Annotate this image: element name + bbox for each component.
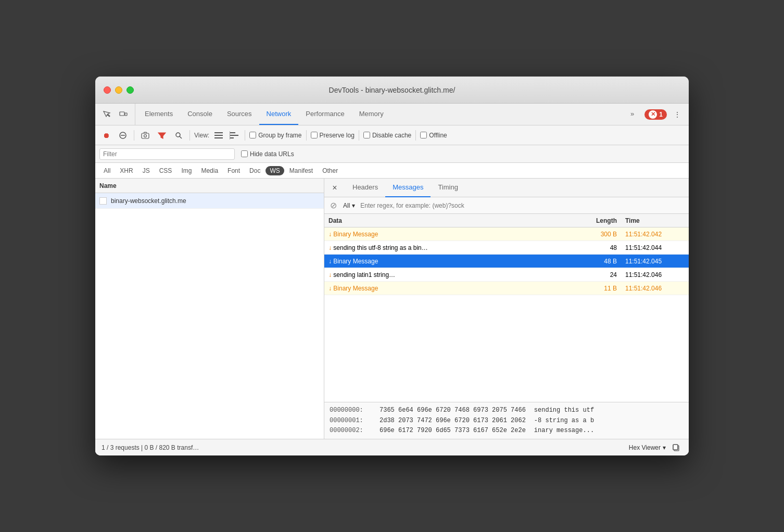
request-item[interactable]: binary-websocket.glitch.me — [95, 193, 324, 209]
offline-toggle[interactable]: Offline — [420, 132, 447, 139]
svg-point-5 — [144, 134, 147, 137]
request-list: binary-websocket.glitch.me — [95, 193, 324, 439]
svg-rect-14 — [230, 137, 234, 138]
status-right: Hex Viewer ▾ — [629, 441, 682, 454]
requests-col-header: Name — [95, 179, 324, 193]
tab-network[interactable]: Network — [259, 104, 299, 125]
type-filter-bar: All XHR JS CSS Img Media Font Doc WS Man… — [95, 163, 689, 179]
hex-ascii-2: inary message... — [534, 426, 594, 436]
message-length-3: 24 — [569, 271, 621, 278]
title-bar: DevTools - binary-websocket.glitch.me/ — [95, 77, 689, 104]
filter-input[interactable] — [103, 150, 231, 158]
no-entry-icon[interactable]: ⊘ — [328, 201, 338, 210]
hex-bytes-2: 696e 6172 7920 6d65 7373 6167 652e 2e2e — [380, 426, 526, 436]
devtools-content: Elements Console Sources Network Perform… — [95, 104, 689, 455]
device-toolbar-icon[interactable] — [116, 107, 131, 122]
message-row-4[interactable]: ↓ Binary Message 11 B 11:51:42.046 — [324, 282, 689, 295]
toolbar-divider-1 — [134, 130, 134, 141]
type-btn-doc[interactable]: Doc — [245, 166, 264, 175]
view-list-icon[interactable] — [212, 129, 225, 142]
network-toolbar: ⏺ — [95, 125, 689, 145]
tab-headers[interactable]: Headers — [345, 179, 385, 197]
copy-button[interactable] — [670, 441, 682, 454]
type-btn-ws[interactable]: WS — [265, 166, 284, 175]
tab-elements[interactable]: Elements — [137, 104, 180, 125]
message-row-0[interactable]: ↓ Binary Message 300 B 11:51:42.042 — [324, 227, 689, 241]
disable-cache-checkbox[interactable] — [363, 132, 370, 138]
type-btn-font[interactable]: Font — [223, 166, 244, 175]
hex-addr-1: 00000001: — [330, 416, 371, 426]
toolbar-divider-4 — [306, 130, 307, 141]
tab-timing[interactable]: Timing — [431, 179, 465, 197]
preserve-log-label: Preserve log — [320, 132, 355, 139]
hex-viewer-label: Hex Viewer — [629, 444, 661, 451]
inspect-element-icon[interactable] — [99, 107, 114, 122]
type-btn-xhr[interactable]: XHR — [116, 166, 137, 175]
camera-button[interactable] — [138, 129, 152, 142]
tab-sources[interactable]: Sources — [220, 104, 259, 125]
group-by-frame-toggle[interactable]: Group by frame — [249, 132, 301, 139]
filter-button[interactable] — [155, 129, 169, 142]
type-btn-css[interactable]: CSS — [155, 166, 176, 175]
message-type-filter[interactable]: All ▾ — [341, 201, 357, 210]
hide-urls-checkbox[interactable] — [241, 150, 248, 157]
view-waterfall-icon[interactable] — [228, 129, 241, 142]
error-badge[interactable]: ✕ 1 — [644, 109, 667, 120]
requests-info: 1 / 3 requests | 0 B / 820 B transf… — [102, 444, 199, 451]
search-button[interactable] — [172, 129, 185, 142]
type-btn-img[interactable]: Img — [177, 166, 196, 175]
preserve-log-toggle[interactable]: Preserve log — [311, 132, 355, 139]
tab-bar: Elements Console Sources Network Perform… — [95, 104, 689, 125]
type-btn-media[interactable]: Media — [197, 166, 222, 175]
type-btn-all[interactable]: All — [99, 166, 115, 175]
close-button[interactable] — [104, 86, 111, 94]
svg-rect-10 — [214, 135, 223, 136]
toolbar-divider-3 — [245, 130, 245, 141]
messages-table: Data Length Time ↓ Binary Message 300 B … — [324, 214, 689, 402]
close-detail-button[interactable]: × — [328, 182, 341, 194]
disable-cache-label: Disable cache — [372, 132, 411, 139]
tab-console[interactable]: Console — [180, 104, 220, 125]
details-panel: × Headers Messages Timing ⊘ All ▾ — [324, 179, 689, 439]
disable-cache-toggle[interactable]: Disable cache — [363, 132, 411, 139]
messages-content: ⊘ All ▾ Data Length Time — [324, 197, 689, 439]
type-btn-js[interactable]: JS — [138, 166, 154, 175]
tab-messages[interactable]: Messages — [385, 179, 431, 197]
preserve-log-checkbox[interactable] — [311, 132, 318, 138]
type-btn-other[interactable]: Other — [318, 166, 342, 175]
devtools-menu-icon[interactable]: ⋮ — [670, 107, 685, 122]
col-data-header[interactable]: Data — [324, 217, 569, 224]
message-row-1[interactable]: ↓ sending this utf-8 string as a bin… 48… — [324, 241, 689, 255]
message-length-2: 48 B — [569, 258, 621, 265]
message-row-3[interactable]: ↓ sending latin1 string… 24 11:51:42.046 — [324, 268, 689, 282]
tab-more[interactable]: » — [623, 110, 641, 119]
hide-urls-toggle[interactable]: Hide data URLs — [241, 150, 294, 158]
offline-checkbox[interactable] — [420, 132, 427, 138]
svg-rect-0 — [120, 112, 124, 116]
record-button[interactable]: ⏺ — [99, 129, 113, 142]
status-bar: 1 / 3 requests | 0 B / 820 B transf… Hex… — [95, 439, 689, 455]
toolbar-divider-2 — [189, 130, 190, 141]
clear-button[interactable] — [116, 129, 130, 142]
svg-point-7 — [176, 133, 180, 137]
message-length-0: 300 B — [569, 231, 621, 238]
maximize-button[interactable] — [127, 86, 134, 94]
type-btn-manifest[interactable]: Manifest — [285, 166, 317, 175]
hex-viewer-chevron-icon: ▾ — [663, 444, 666, 451]
name-column-header[interactable]: Name — [95, 182, 324, 189]
col-length-header[interactable]: Length — [569, 217, 621, 224]
messages-filter: ⊘ All ▾ — [324, 197, 689, 214]
hex-viewer-select[interactable]: Hex Viewer ▾ — [629, 444, 666, 451]
regex-filter-input[interactable] — [360, 202, 685, 209]
group-by-frame-label: Group by frame — [258, 132, 301, 139]
tab-performance[interactable]: Performance — [298, 104, 351, 125]
minimize-button[interactable] — [115, 86, 122, 94]
tab-memory[interactable]: Memory — [352, 104, 391, 125]
group-by-frame-checkbox[interactable] — [249, 132, 256, 138]
hide-urls-label: Hide data URLs — [250, 150, 294, 158]
message-length-4: 11 B — [569, 285, 621, 292]
col-time-header[interactable]: Time — [621, 217, 689, 224]
message-row-2[interactable]: ↓ Binary Message 48 B 11:51:42.045 — [324, 255, 689, 268]
message-text-2: Binary Message — [333, 258, 378, 265]
view-label: View: — [194, 132, 209, 139]
